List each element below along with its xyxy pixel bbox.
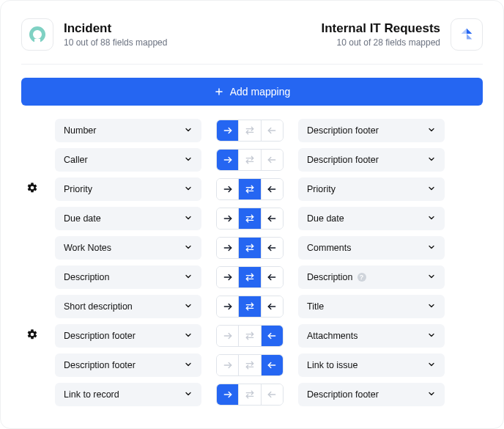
row-settings-button[interactable]	[26, 329, 38, 343]
mapping-row: DescriptionDescription?	[24, 265, 483, 289]
direction-left-button[interactable]	[262, 208, 283, 229]
right-field-select[interactable]: Description footer	[298, 148, 445, 172]
left-field-select[interactable]: Description footer	[55, 324, 201, 348]
add-mapping-button[interactable]: Add mapping	[21, 78, 483, 106]
direction-both-button[interactable]	[239, 267, 261, 287]
help-icon[interactable]: ?	[357, 273, 366, 282]
row-settings-slot	[24, 182, 40, 197]
direction-both-button[interactable]	[239, 296, 261, 317]
direction-right-button[interactable]	[217, 326, 239, 346]
svg-rect-1	[34, 39, 40, 43]
left-field-select[interactable]: Work Notes	[55, 236, 201, 260]
right-field-label: Priority	[307, 184, 336, 194]
left-field-select[interactable]: Priority	[55, 177, 201, 201]
right-field-select[interactable]: Comments	[298, 236, 445, 260]
direction-both-button[interactable]	[239, 150, 261, 170]
direction-toggle	[216, 296, 284, 318]
right-field-select[interactable]: Title	[298, 295, 445, 318]
direction-both-button[interactable]	[239, 238, 261, 258]
arrow-left-icon	[267, 389, 277, 400]
right-field-select[interactable]: Due date	[298, 207, 445, 230]
left-field-select[interactable]: Short description	[55, 295, 201, 318]
mapping-row: Work NotesComments	[24, 236, 483, 260]
arrow-both-icon	[245, 155, 255, 165]
direction-both-button[interactable]	[239, 179, 261, 199]
arrow-right-icon	[223, 272, 233, 282]
direction-left-button[interactable]	[262, 120, 283, 141]
direction-both-button[interactable]	[239, 326, 261, 346]
servicenow-icon	[29, 26, 46, 43]
arrow-both-icon	[245, 243, 255, 253]
left-field-select[interactable]: Link to record	[55, 383, 201, 406]
gear-icon	[26, 329, 38, 340]
header: Incident 10 out of 88 fields mapped Inte…	[21, 18, 483, 51]
right-title: Internal IT Requests	[322, 21, 440, 36]
right-field-select[interactable]: Description footer	[298, 383, 445, 406]
direction-right-button[interactable]	[217, 150, 239, 170]
left-field-select[interactable]: Description	[55, 265, 201, 289]
direction-right-button[interactable]	[217, 208, 239, 229]
arrow-right-icon	[223, 331, 233, 341]
left-field-label: Work Notes	[64, 243, 111, 253]
right-field-label: Description footer	[307, 389, 379, 400]
left-field-select[interactable]: Due date	[55, 207, 201, 230]
direction-both-button[interactable]	[239, 384, 261, 405]
left-field-label: Priority	[64, 184, 92, 194]
plus-icon	[214, 87, 224, 97]
direction-right-button[interactable]	[217, 267, 239, 287]
direction-right-button[interactable]	[217, 179, 239, 199]
row-settings-button[interactable]	[26, 182, 38, 197]
direction-both-button[interactable]	[239, 355, 261, 375]
right-field-label: Description footer	[307, 125, 379, 136]
right-field-select[interactable]: Attachments	[298, 324, 445, 348]
direction-left-button[interactable]	[262, 326, 283, 346]
chevron-down-icon	[184, 125, 193, 136]
direction-left-button[interactable]	[262, 150, 283, 170]
left-field-label: Description footer	[64, 331, 136, 341]
direction-right-button[interactable]	[217, 238, 239, 258]
direction-right-button[interactable]	[217, 120, 239, 141]
right-field-label: Title	[307, 301, 324, 312]
direction-right-button[interactable]	[217, 355, 239, 375]
left-field-select[interactable]: Number	[55, 119, 201, 142]
direction-left-button[interactable]	[262, 267, 283, 287]
arrow-both-icon	[245, 331, 255, 341]
direction-left-button[interactable]	[262, 179, 283, 199]
arrow-right-icon	[223, 155, 233, 165]
direction-right-button[interactable]	[217, 296, 239, 317]
direction-both-button[interactable]	[239, 120, 261, 141]
header-right: Internal IT Requests 10 out of 28 fields…	[322, 18, 483, 51]
direction-both-button[interactable]	[239, 208, 261, 229]
mapping-row: Short descriptionTitle	[24, 295, 483, 318]
left-field-label: Number	[64, 125, 96, 136]
left-field-label: Link to record	[64, 389, 119, 400]
arrow-left-icon	[267, 243, 277, 253]
direction-toggle	[216, 354, 284, 376]
direction-left-button[interactable]	[262, 238, 283, 258]
arrow-left-icon	[267, 125, 277, 136]
chevron-down-icon	[184, 155, 193, 166]
right-field-select[interactable]: Link to issue	[298, 353, 445, 377]
right-field-select[interactable]: Description footer	[298, 119, 445, 142]
chevron-down-icon	[184, 213, 193, 224]
arrow-both-icon	[245, 213, 255, 224]
chevron-down-icon	[184, 184, 193, 195]
left-subtitle: 10 out of 88 fields mapped	[64, 37, 167, 48]
direction-left-button[interactable]	[262, 384, 283, 405]
arrow-left-icon	[267, 272, 277, 282]
direction-left-button[interactable]	[262, 296, 283, 317]
left-field-label: Description	[64, 272, 110, 282]
chevron-down-icon	[427, 301, 436, 312]
arrow-right-icon	[223, 301, 233, 312]
chevron-down-icon	[184, 360, 193, 371]
chevron-down-icon	[184, 389, 193, 400]
direction-right-button[interactable]	[217, 384, 239, 405]
left-field-select[interactable]: Description footer	[55, 353, 201, 377]
left-field-label: Description footer	[64, 360, 136, 370]
direction-left-button[interactable]	[262, 355, 283, 375]
chevron-down-icon	[184, 301, 193, 312]
chevron-down-icon	[427, 184, 436, 195]
right-field-select[interactable]: Priority	[298, 177, 445, 201]
left-field-select[interactable]: Caller	[55, 148, 201, 172]
right-field-select[interactable]: Description?	[298, 265, 445, 289]
